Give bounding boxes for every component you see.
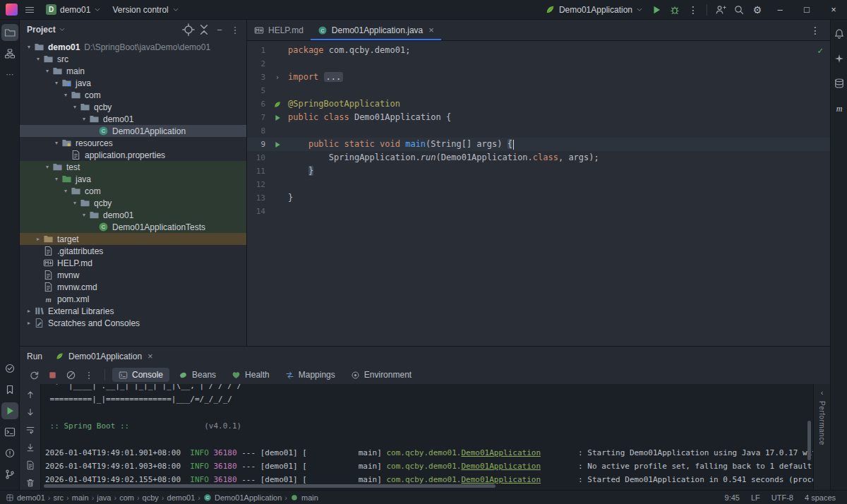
line-number[interactable]: 8 [247,124,271,138]
tree-item-demo01[interactable]: ▾demo01 [20,209,246,221]
more-tools-toolwindow-button[interactable]: ⋯ [1,66,18,83]
line-number[interactable]: 6 [247,97,271,111]
bookmarks-toolwindow-button[interactable] [1,381,18,398]
editor-options-button[interactable]: ⋮ [806,22,824,39]
more-button[interactable]: ⋮ [228,23,242,37]
chevron-expanded-icon[interactable]: ▾ [42,65,52,77]
inspections-ok-icon[interactable]: ✓ [817,45,823,56]
encoding-widget[interactable]: UTF-8 [766,493,799,502]
gutter-slot[interactable]: › [271,71,284,84]
maven-button[interactable]: m [831,100,847,116]
console-output[interactable]: ' |____| .__|_| |_|_| |_|\__, | / / / / … [41,384,813,490]
chevron-expanded-icon[interactable]: ▾ [79,113,89,125]
notifications-button[interactable] [831,25,847,42]
line-number[interactable]: 11 [247,164,271,178]
performance-tab[interactable]: ‹ Performance [813,384,830,490]
tree-item-mvnw-cmd[interactable]: mvnw.cmd [20,281,246,293]
class-hyperlink[interactable]: Demo01Application [461,475,541,484]
locate-button[interactable] [181,23,196,37]
close-run-tab-icon[interactable]: × [148,351,153,361]
line-number[interactable]: 2 [247,57,271,71]
breadcrumb-demo01application[interactable]: CDemo01Application [203,493,282,502]
breadcrumb-demo01[interactable]: demo01 [167,493,196,502]
ai-assistant-button[interactable] [831,50,847,67]
view-tab-beans[interactable]: Beans [172,368,222,382]
rerun-button[interactable] [25,367,42,383]
arrow-down-button[interactable] [23,405,38,419]
gutter-slot[interactable] [271,138,284,151]
gutter-slot[interactable] [271,111,284,124]
tree-item-src[interactable]: ▾src [20,53,246,65]
more-button[interactable]: ⋮ [80,367,97,383]
chevron-expanded-icon[interactable]: ▾ [52,77,61,89]
more-actions-button[interactable]: ⋮ [684,1,702,18]
tree-item-external-libraries[interactable]: ▸External Libraries [20,305,246,317]
line-number[interactable]: 10 [247,151,271,164]
tree-item-scratches-and-consoles[interactable]: ▸Scratches and Consoles [20,317,246,329]
tree-item-demo01[interactable]: ▾demo01 [20,113,246,125]
chevron-expanded-icon[interactable]: ▾ [61,185,71,197]
collapse-all-button[interactable] [197,23,211,37]
chevron-expanded-icon[interactable]: ▾ [42,161,52,173]
vertical-scrollbar[interactable] [807,421,811,460]
run-config-widget[interactable]: Demo01Application [541,1,647,18]
hide-button[interactable]: − [212,23,227,37]
line-number[interactable]: 13 [247,191,271,205]
chevron-expanded-icon[interactable]: ▾ [52,137,61,149]
tree-item-demo01applicationtests[interactable]: CDemo01ApplicationTests [20,221,246,233]
debug-button[interactable] [666,1,684,18]
tree-item-com[interactable]: ▾com [20,185,246,197]
vcs-widget[interactable]: Version control [108,1,183,18]
breadcrumb-qcby[interactable]: qcby [143,493,159,502]
view-tab-environment[interactable]: Environment [344,368,418,382]
line-number[interactable]: 14 [247,205,271,218]
chevron-expanded-icon[interactable]: ▾ [61,89,71,101]
tree-item-pom-xml[interactable]: mpom.xml [20,293,246,305]
line-separator-widget[interactable]: LF [745,493,766,502]
view-tab-mappings[interactable]: Mappings [279,368,342,382]
tree-item-qcby[interactable]: ▾qcby [20,101,246,113]
scroll-end-button[interactable] [23,441,38,455]
chevron-collapsed-icon[interactable]: ▸ [24,317,34,329]
tree-item-demo01[interactable]: ▾demo01D:\SpringBoot\javaDemo\demo01 [20,41,246,53]
tree-item-qcby[interactable]: ▾qcby [20,197,246,209]
stop-button[interactable] [44,367,61,383]
horizontal-scrollbar[interactable] [44,484,495,488]
view-tab-console[interactable]: Console [112,368,169,382]
breadcrumb-demo01[interactable]: demo01 [6,493,45,502]
code-with-me-button[interactable] [711,1,730,18]
maximize-button[interactable]: □ [793,0,820,20]
code-editor[interactable]: 1package com.qcby.demo01;23›import ...56… [247,41,830,346]
tree-item-mvnw[interactable]: mvnw [20,269,246,281]
settings-button[interactable]: ⚙ [748,1,767,18]
project-panel-title[interactable]: Project [27,25,66,35]
chevron-expanded-icon[interactable]: ▾ [52,173,61,185]
breadcrumb-com[interactable]: com [119,493,134,502]
tree-item-resources[interactable]: ▾resources [20,137,246,149]
run-toolwindow-button[interactable] [1,402,18,419]
structure-toolwindow-button[interactable] [1,45,18,62]
chevron-collapsed-icon[interactable]: ▸ [24,305,34,317]
trash-button[interactable] [23,476,38,490]
chevron-expanded-icon[interactable]: ▾ [70,197,80,209]
chevron-expanded-icon[interactable]: ▾ [79,209,89,221]
class-hyperlink[interactable]: Demo01Application [461,448,541,457]
clear-button[interactable] [62,367,79,383]
line-number[interactable]: 1 [247,44,271,57]
run-button[interactable] [647,1,666,18]
caret-position-widget[interactable]: 9:45 [719,493,745,502]
chevron-expanded-icon[interactable]: ▾ [24,41,34,53]
breadcrumb-src[interactable]: src [53,493,64,502]
close-tab-icon[interactable]: × [428,25,434,35]
terminal-toolwindow-button[interactable] [1,424,18,440]
line-number[interactable]: 5 [247,84,271,97]
close-button[interactable]: × [820,0,847,20]
tree-item-main[interactable]: ▾main [20,65,246,77]
tab-demo01application-java[interactable]: C Demo01Application.java × [311,20,441,40]
version-control-toolwindow-button[interactable] [1,466,18,483]
line-number[interactable]: 9 [247,138,271,151]
soft-wrap-button[interactable] [23,423,38,436]
project-toolwindow-button[interactable] [1,24,18,41]
chevron-collapsed-icon[interactable]: ▸ [33,233,43,245]
search-everywhere-button[interactable] [730,1,748,18]
